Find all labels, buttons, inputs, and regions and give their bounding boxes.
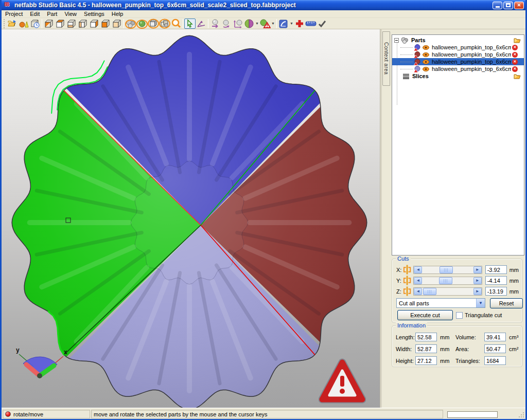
- height-value[interactable]: [415, 356, 437, 365]
- remove-part-icon[interactable]: ✕: [512, 59, 518, 65]
- triangles-value[interactable]: [484, 356, 506, 365]
- cut-y-slider[interactable]: ◄ ►: [413, 277, 482, 285]
- toolbar-view-bottom[interactable]: [66, 19, 77, 29]
- toolbar-view-right[interactable]: [89, 19, 100, 29]
- volume-value[interactable]: [484, 333, 506, 341]
- cut-row-y: Y: ◄ ► mm: [396, 276, 519, 285]
- cut-z-value[interactable]: [485, 287, 507, 296]
- slider-right-arrow-icon[interactable]: ►: [473, 288, 482, 295]
- cut-x-slider[interactable]: ◄ ►: [413, 266, 482, 274]
- shade-parts-icon: [125, 19, 136, 29]
- reset-button[interactable]: Reset: [490, 298, 523, 308]
- cut-mode-select[interactable]: Cut all parts ▼: [396, 298, 485, 308]
- slider-left-arrow-icon[interactable]: ◄: [414, 288, 422, 295]
- app-icon: 88: [4, 2, 12, 9]
- cut-mode-value: Cut all parts: [397, 300, 476, 306]
- slider-right-arrow-icon[interactable]: ►: [473, 266, 482, 273]
- toolbar-cut-part[interactable]: [243, 19, 255, 29]
- width-unit: mm: [440, 346, 453, 352]
- toolbar-shade-parts[interactable]: [125, 19, 136, 29]
- menu-help[interactable]: Help: [108, 10, 127, 18]
- toolbar-grip: [4, 19, 6, 28]
- tree-part-item[interactable]: halloween_pumpkin_top_6x6cm_solid_scale2…: [392, 65, 524, 72]
- width-value[interactable]: [415, 344, 437, 353]
- part-library-icon: [30, 19, 40, 28]
- toolbar-measure-ruler[interactable]: [305, 19, 317, 29]
- maximize-button[interactable]: [503, 2, 513, 9]
- toolbar-zoom[interactable]: [170, 19, 182, 29]
- tree-part-item-selected[interactable]: halloween_pumpkin_top_6x6cm_solid_scale2…: [392, 58, 524, 65]
- remove-part-icon[interactable]: ✕: [512, 52, 518, 58]
- visibility-eye-icon[interactable]: [423, 45, 429, 50]
- cut-y-value[interactable]: [485, 276, 507, 285]
- toolbar-open-project[interactable]: [7, 19, 18, 29]
- cut-x-value[interactable]: [485, 265, 507, 274]
- close-button[interactable]: ✕: [514, 2, 524, 9]
- toolbar-part-library[interactable]: [29, 19, 41, 29]
- tree-node-parts[interactable]: Parts: [392, 36, 524, 44]
- visibility-eye-icon[interactable]: [423, 67, 429, 71]
- toolbar-measure-tool[interactable]: [196, 19, 207, 29]
- information-group: Information Length: mm Volume: cm³ Width…: [392, 325, 522, 367]
- visibility-eye-icon[interactable]: [423, 52, 429, 57]
- execute-cut-button[interactable]: Execute cut: [397, 310, 453, 320]
- toolbar-apply-check[interactable]: [317, 19, 328, 29]
- remove-part-icon[interactable]: ✕: [512, 45, 518, 50]
- resize-grip-icon[interactable]: [518, 412, 524, 418]
- toolbar-add-primitive[interactable]: [18, 19, 29, 29]
- toolbar-scale-part[interactable]: [232, 19, 243, 29]
- slider-left-arrow-icon[interactable]: ◄: [414, 277, 422, 284]
- part-item-label: halloween_pumpkin_top_6x6cm_solid_scale2…: [432, 44, 511, 50]
- select-chevron-icon[interactable]: ▼: [476, 299, 485, 307]
- toolbar-move-part[interactable]: [209, 19, 221, 29]
- menu-project[interactable]: Project: [2, 10, 26, 18]
- cut-part-dropdown[interactable]: ▼: [255, 19, 259, 29]
- menu-view[interactable]: View: [61, 10, 80, 18]
- length-value[interactable]: [415, 333, 437, 341]
- viewport-3d[interactable]: y x: [2, 29, 380, 408]
- toolbar-repair-part[interactable]: [259, 19, 271, 29]
- cut-y-slider-thumb[interactable]: [439, 277, 452, 284]
- toolbar-view-front[interactable]: [100, 19, 111, 29]
- toolbar-view-top[interactable]: [55, 19, 66, 29]
- toolbar-rotate-part[interactable]: [221, 19, 232, 29]
- area-value[interactable]: [484, 344, 506, 353]
- y-axis-label: y: [16, 346, 20, 354]
- context-area-tab[interactable]: Context area: [382, 31, 390, 86]
- repair-part-dropdown[interactable]: ▼: [271, 19, 275, 29]
- cut-z-label: Z:: [396, 288, 403, 295]
- toolbar-view-back[interactable]: [111, 19, 122, 29]
- status-mode-panel: rotate/move: [3, 410, 90, 418]
- menu-edit[interactable]: Edit: [26, 10, 43, 18]
- titlebar[interactable]: 88 netfabb Studio Basic 4.5 - halloween_…: [2, 0, 525, 10]
- cut-y-label: Y:: [396, 278, 403, 284]
- tree-part-item[interactable]: halloween_pumpkin_top_6x6cm_solid_scale2…: [392, 44, 524, 51]
- toolbar-view-left[interactable]: [77, 19, 89, 29]
- toolbar-add-part[interactable]: [294, 19, 305, 29]
- toolbar-view-iso[interactable]: [43, 19, 55, 29]
- cut-x-slider-thumb[interactable]: [440, 266, 453, 273]
- toolbar-select-tool[interactable]: [184, 19, 196, 29]
- open-folder-icon: [7, 19, 17, 28]
- toolbar-show-platform[interactable]: [159, 19, 170, 29]
- open-parts-folder-icon[interactable]: [514, 38, 521, 43]
- menu-part[interactable]: Part: [43, 10, 61, 18]
- toolbar-wireframe-view[interactable]: [148, 19, 159, 29]
- slider-left-arrow-icon[interactable]: ◄: [414, 266, 422, 273]
- slider-right-arrow-icon[interactable]: ►: [473, 277, 482, 284]
- cut-z-slider-thumb[interactable]: [423, 288, 436, 295]
- view-front-icon: [100, 19, 111, 29]
- slice-view-dropdown[interactable]: ▼: [289, 19, 294, 29]
- collapse-icon[interactable]: [394, 38, 399, 43]
- toolbar-slice-view[interactable]: [278, 19, 289, 29]
- visibility-eye-icon[interactable]: [423, 60, 429, 64]
- minimize-button[interactable]: [493, 2, 502, 9]
- tree-node-slices[interactable]: Slices: [392, 72, 524, 80]
- open-slices-folder-icon[interactable]: [514, 74, 521, 79]
- cut-z-slider[interactable]: ◄ ►: [413, 287, 482, 296]
- remove-part-icon[interactable]: ✕: [512, 66, 518, 72]
- tree-part-item[interactable]: halloween_pumpkin_top_6x6cm_solid_scale2…: [392, 51, 524, 58]
- toolbar-shade-single-part[interactable]: [136, 19, 148, 29]
- menu-settings[interactable]: Settings: [80, 10, 108, 18]
- triangulate-checkbox[interactable]: [456, 312, 463, 319]
